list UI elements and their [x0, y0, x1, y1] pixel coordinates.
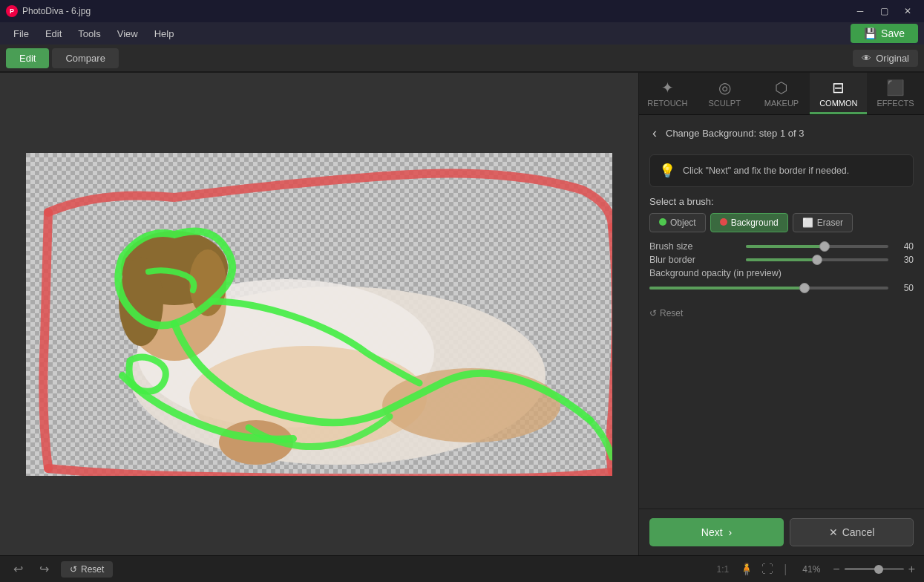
zoom-slider[interactable] — [845, 568, 904, 570]
eraser-icon: ⬜ — [802, 218, 813, 228]
menu-edit[interactable]: Edit — [38, 25, 69, 42]
minimize-button[interactable]: ─ — [850, 4, 871, 19]
object-label: Object — [670, 218, 696, 228]
bg-opacity-label: Background opacity (in preview) — [649, 268, 914, 278]
zoom-level: 41% — [797, 564, 825, 575]
bg-opacity-track[interactable] — [649, 287, 888, 290]
save-icon: 💾 — [864, 27, 877, 39]
blur-border-label: Blur border — [649, 255, 738, 265]
background-label: Background — [731, 218, 779, 228]
blur-border-thumb[interactable] — [812, 255, 822, 265]
tab-makeup[interactable]: ⬡ MAKEUP — [753, 73, 810, 114]
makeup-label: MAKEUP — [764, 99, 799, 108]
fit-icon: ⛶ — [761, 563, 773, 576]
next-button[interactable]: Next › — [649, 518, 784, 546]
brush-size-fill — [746, 245, 825, 248]
effects-icon: ⬛ — [886, 79, 905, 97]
undo-button[interactable]: ↩ — [9, 560, 27, 578]
maximize-button[interactable]: ▢ — [874, 4, 894, 19]
common-label: COMMON — [819, 99, 857, 108]
zoom-controls: 1:1 🧍 ⛶ | 41% − + — [716, 562, 915, 576]
brush-background-button[interactable]: Background — [710, 213, 788, 232]
effects-label: EFFECTS — [877, 99, 914, 108]
close-button[interactable]: ✕ — [897, 4, 918, 19]
reset-label: Reset — [660, 308, 683, 318]
blur-border-fill — [746, 258, 817, 261]
hint-icon: 💡 — [659, 163, 675, 179]
next-icon: › — [729, 526, 733, 538]
tool-tabs: ✦ RETOUCH ◎ SCULPT ⬡ MAKEUP ⊟ COMMON ⬛ E… — [639, 73, 924, 115]
tab-common[interactable]: ⊟ COMMON — [810, 73, 867, 114]
reset-link[interactable]: ↺ Reset — [649, 308, 914, 318]
menu-tools[interactable]: Tools — [71, 25, 108, 42]
reset-bottom-icon: ↺ — [70, 564, 77, 575]
brush-label: Select a brush: — [649, 196, 914, 207]
brush-eraser-button[interactable]: ⬜ Eraser — [793, 213, 853, 232]
main-area: ✦ RETOUCH ◎ SCULPT ⬡ MAKEUP ⊟ COMMON ⬛ E… — [0, 73, 924, 555]
retouch-label: RETOUCH — [647, 99, 687, 108]
tab-sculpt[interactable]: ◎ SCULPT — [696, 73, 753, 114]
original-button[interactable]: 👁 Original — [853, 50, 918, 67]
titlebar-title: PhotoDiva - 6.jpg — [22, 6, 91, 16]
brush-size-value: 40 — [896, 241, 914, 252]
reset-icon: ↺ — [649, 308, 657, 318]
hint-text: Click "Next" and fix the border if neede… — [683, 166, 849, 176]
sculpt-icon: ◎ — [718, 79, 731, 97]
person-icon: 🧍 — [739, 562, 754, 576]
brush-size-thumb[interactable] — [819, 241, 830, 252]
eraser-label: Eraser — [817, 218, 843, 228]
eye-icon: 👁 — [862, 53, 871, 64]
edit-toolbar: Edit Compare 👁 Original — [0, 45, 924, 73]
brush-selector: Object Background ⬜ Eraser — [649, 213, 914, 232]
panel-content: ‹ Change Background: step 1 of 3 💡 Click… — [639, 115, 924, 509]
brush-size-label: Brush size — [649, 241, 738, 252]
canvas-area[interactable] — [0, 73, 638, 555]
original-label: Original — [876, 53, 909, 64]
titlebar: P PhotoDiva - 6.jpg ─ ▢ ✕ — [0, 0, 924, 22]
canvas-container — [26, 153, 612, 476]
next-label: Next — [701, 526, 723, 538]
blur-border-value: 30 — [896, 255, 914, 265]
action-buttons: Next › ✕ Cancel — [639, 509, 924, 555]
save-button[interactable]: 💾 Save — [851, 24, 918, 43]
cancel-button[interactable]: ✕ Cancel — [790, 518, 914, 546]
ratio-label: 1:1 — [716, 564, 729, 575]
blur-border-row: Blur border 30 — [649, 255, 914, 265]
redo-button[interactable]: ↪ — [35, 560, 53, 578]
bg-opacity-row: Background opacity (in preview) 50 — [649, 268, 914, 293]
cancel-label: Cancel — [842, 526, 875, 538]
bg-opacity-fill — [649, 287, 805, 290]
sculpt-label: SCULPT — [708, 99, 740, 108]
brush-size-row: Brush size 40 — [649, 241, 914, 252]
reset-bottom-button[interactable]: ↺ Reset — [61, 561, 113, 578]
compare-tab[interactable]: Compare — [52, 48, 118, 68]
zoom-thumb[interactable] — [874, 565, 883, 574]
zoom-out-button[interactable]: − — [833, 563, 839, 576]
canvas-image — [26, 153, 612, 476]
blur-border-track[interactable] — [746, 258, 888, 261]
separator: | — [784, 563, 787, 576]
menu-view[interactable]: View — [110, 25, 145, 42]
zoom-in-button[interactable]: + — [908, 563, 915, 576]
bottom-bar: ↩ ↪ ↺ Reset 1:1 🧍 ⛶ | 41% − + — [0, 555, 924, 582]
menu-help[interactable]: Help — [147, 25, 182, 42]
tab-retouch[interactable]: ✦ RETOUCH — [639, 73, 696, 114]
brush-section: Select a brush: Object Background ⬜ Eras… — [649, 196, 914, 232]
makeup-icon: ⬡ — [775, 79, 787, 97]
bg-opacity-thumb[interactable] — [799, 283, 810, 293]
bg-opacity-value: 50 — [896, 283, 914, 293]
brush-object-button[interactable]: Object — [649, 213, 706, 232]
menubar-items: File Edit Tools View Help — [6, 25, 181, 42]
sliders-section: Brush size 40 Blur border 30 — [649, 241, 914, 296]
brush-size-track[interactable] — [746, 245, 888, 248]
cancel-x-icon: ✕ — [829, 526, 838, 538]
object-dot — [659, 218, 666, 228]
save-label: Save — [881, 27, 905, 39]
edit-tab[interactable]: Edit — [6, 48, 49, 68]
background-dot — [720, 218, 727, 228]
app-icon: P — [6, 5, 18, 17]
menu-file[interactable]: File — [6, 25, 36, 42]
hint-box: 💡 Click "Next" and fix the border if nee… — [649, 154, 914, 187]
back-button[interactable]: ‹ — [649, 124, 660, 143]
tab-effects[interactable]: ⬛ EFFECTS — [867, 73, 924, 114]
